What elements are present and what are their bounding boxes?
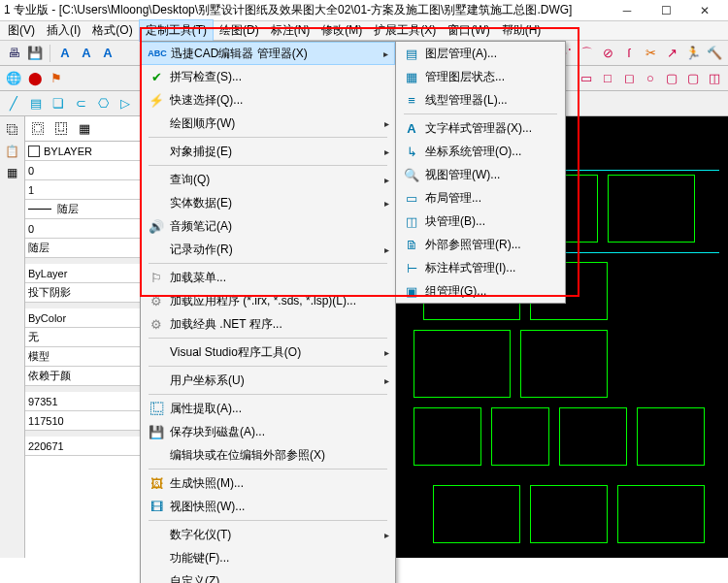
palette3-icon[interactable]: ▦ [75,119,94,139]
leader-icon[interactable]: ↗ [662,44,681,63]
submenu-group-mgr[interactable]: ▣ 组管理(G)... [396,279,565,303]
submenu-layer-states[interactable]: ▦ 管理图层状态... [396,65,565,88]
menu-audio-notes[interactable]: 🔊 音频笔记(A) [141,214,395,238]
side-toolbar-left: ⿻ 📋 ▦ [0,116,25,558]
submenu-linetype-mgr[interactable]: ≡ 线型管理器(L)... [396,88,565,112]
maximize-button[interactable]: ☐ [646,0,685,21]
menu-osnap[interactable]: 对象捕捉(E) ▸ [141,140,395,163]
prop-val2: 117510 [28,415,64,427]
menu-extend-tools[interactable]: 扩展工具(X) [368,20,442,41]
paste-icon[interactable]: 📋 [3,142,22,161]
menu-load-menu[interactable]: ⚐ 加载菜单... [141,266,395,289]
submenu-layer-mgr[interactable]: ▤ 图层管理(A)... [396,42,565,65]
submenu-block-mgr[interactable]: ◫ 块管理(B)... [396,210,565,233]
arc-tool-icon[interactable]: ⊂ [71,94,90,113]
menu-insert[interactable]: 插入(I) [41,20,86,41]
menu-customize[interactable]: 自定义(Z)... [141,569,395,583]
record-icon[interactable]: ⬤ [25,69,45,88]
menu-dimension[interactable]: 标注(N) [265,20,316,41]
text-style-a3-icon[interactable]: A [98,44,117,63]
square2-tool-icon[interactable]: ▢ [662,69,681,88]
menu-vs-tools[interactable]: Visual Studio程序工具(O) ▸ [141,340,395,364]
overlap-tool-icon[interactable]: ◫ [705,69,724,88]
polygon-tool-icon[interactable]: ⎔ [93,94,113,113]
dim-diameter-icon[interactable]: ⊘ [598,44,617,63]
submenu-view-mgr[interactable]: 🔍 视图管理(W)... [396,163,565,186]
submenu-layout-mgr[interactable]: ▭ 布局管理... [396,186,565,210]
menu-edit-block[interactable]: 编辑块或在位编辑外部参照(X) [141,443,395,467]
cut-icon[interactable]: ✂ [641,44,660,63]
menu-vslide[interactable]: 🎞 视图快照(W)... [141,495,395,518]
chevron-right-icon: ▸ [384,118,389,129]
box-tool-icon[interactable]: □ [598,69,617,88]
menu-draw[interactable]: 绘图(D) [214,20,265,41]
chevron-right-icon: ▸ [384,198,389,209]
submenu-dimstyle-mgr[interactable]: ⊢ 标注样式管理(I)... [396,256,565,279]
menu-load-app[interactable]: ⚙ 加载应用程序 (*.irx, *.sds, *.lsp)(L)... [141,289,395,312]
attr-icon: ⿺ [147,402,166,416]
submenu-ucs-mgr[interactable]: ↳ 坐标系统管理(O)... [396,140,565,163]
menu-window[interactable]: 窗口(W) [442,20,495,41]
rectangle-tool-icon[interactable]: ▭ [577,69,596,88]
layers-icon[interactable]: ❏ [49,94,68,113]
run-icon[interactable]: 🏃 [683,44,703,63]
doc-icon[interactable]: ▤ [26,94,46,113]
menu-entity-data[interactable]: 实体数据(E) ▸ [141,191,395,214]
flag-icon[interactable]: ⚑ [47,69,66,88]
menu-quickselect[interactable]: ⚡ 快速选择(Q)... [141,88,395,112]
print-icon[interactable]: 🖶 [4,44,23,63]
copy-icon[interactable]: ⿻ [3,120,22,140]
dimstyle-icon: ⊢ [402,261,421,275]
save-icon[interactable]: 💾 [25,44,45,63]
menu-inquiry[interactable]: 查询(Q) ▸ [141,168,395,191]
menu-cad-manager[interactable]: ABC 迅捷CAD编辑器 管理器(X) ▸ [141,42,395,65]
line-tool-icon[interactable]: ╱ [4,94,23,113]
menu-attr-extract[interactable]: ⿺ 属性提取(A)... [141,397,395,420]
close-button[interactable]: ✕ [685,0,724,21]
circle-tool-icon[interactable]: ○ [641,69,660,88]
layers-icon: ▤ [402,47,421,61]
prop-depcolor: 依赖于颜 [28,369,71,383]
prop-lineweight: 随层 [28,241,50,255]
menu-tablet[interactable]: 数字化仪(T) ▸ [141,523,395,546]
prop-val3: 220671 [28,440,64,452]
dim-radius-icon[interactable]: ſ [619,44,639,63]
dim-arc-icon[interactable]: ⌒ [577,44,596,63]
triangle-icon[interactable]: ▷ [116,94,135,113]
menu-view[interactable]: 图(V) [2,20,41,41]
submenu-xref-mgr[interactable]: 🗎 外部参照管理(R)... [396,233,565,256]
globe-icon[interactable]: 🌐 [4,69,23,88]
menu-custom-tools[interactable]: 定制工具(T) [139,19,214,42]
menu-record-actions[interactable]: 记录动作(R) ▸ [141,238,395,261]
minimize-button[interactable]: ─ [608,0,646,21]
menu-format[interactable]: 格式(O) [86,20,138,41]
prop-1: 1 [28,184,34,196]
menu-spellcheck[interactable]: ✔ 拼写检查(S)... [141,65,395,88]
menu-wblock[interactable]: 💾 保存块到磁盘(A)... [141,420,395,443]
chevron-right-icon: ▸ [383,49,388,59]
menu-help[interactable]: 帮助(H) [496,20,547,41]
palette2-icon[interactable]: ⿶ [51,119,71,139]
chevron-right-icon: ▸ [384,530,389,540]
menu-load-net[interactable]: ⚙ 加载经典 .NET 程序... [141,312,395,336]
gears-icon: ⚙ [147,294,166,308]
gears-icon: ⚙ [147,317,166,332]
palette-icon[interactable]: ⿴ [28,119,48,139]
submenu-textstyle-mgr[interactable]: A 文字样式管理器(X)... [396,116,565,140]
layout-icon: ▭ [402,191,421,206]
menu-draworder[interactable]: 绘图顺序(W) ▸ [141,112,395,135]
menu-modify[interactable]: 修改(M) [315,20,368,41]
group-icon: ▣ [402,284,421,299]
sheet-icon[interactable]: ▦ [3,163,22,182]
custom-tools-dropdown: ABC 迅捷CAD编辑器 管理器(X) ▸ ✔ 拼写检查(S)... ⚡ 快速选… [140,41,396,583]
menu-fkeys[interactable]: 功能键(F)... [141,546,395,569]
menu-ucs[interactable]: 用户坐标系(U) ▸ [141,369,395,392]
chevron-right-icon: ▸ [384,146,389,157]
prop-model: 模型 [28,349,50,364]
hammer-icon[interactable]: 🔨 [705,44,724,63]
text-style-a2-icon[interactable]: A [77,44,96,63]
square-tool-icon[interactable]: ◻ [619,69,639,88]
menu-mslide[interactable]: 🖼 生成快照(M)... [141,471,395,495]
text-style-a-icon[interactable]: A [55,44,75,63]
square3-tool-icon[interactable]: ▢ [683,69,703,88]
